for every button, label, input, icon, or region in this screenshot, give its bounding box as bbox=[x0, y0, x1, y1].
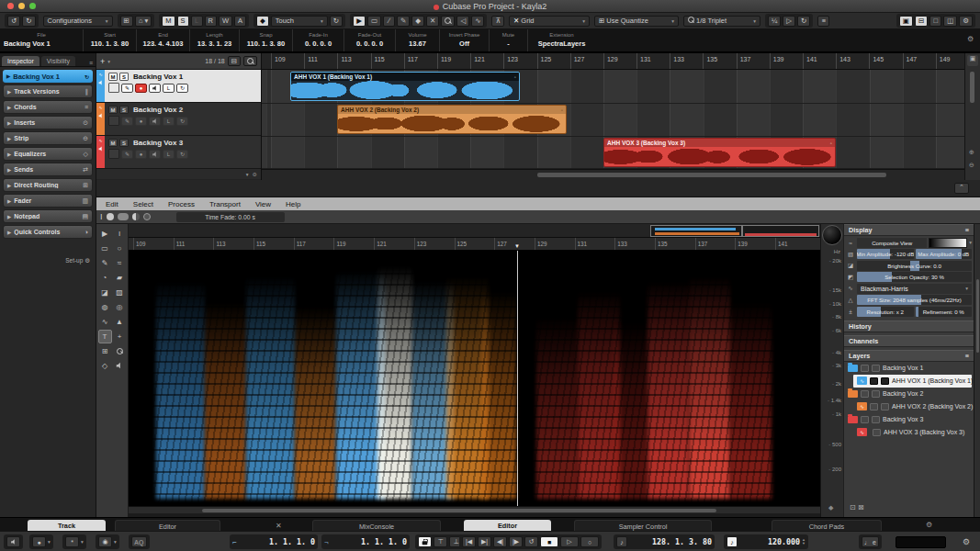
find-track-icon[interactable] bbox=[243, 56, 257, 66]
zoom-preset-button[interactable]: ▣ bbox=[967, 55, 978, 66]
inspector-section[interactable]: ▶ Equalizers ◇ bbox=[3, 147, 93, 161]
solo-button[interactable]: S bbox=[119, 73, 129, 81]
overview-range-box[interactable] bbox=[650, 225, 742, 237]
tab-inspector[interactable]: Inspector bbox=[2, 56, 39, 66]
tempo-display[interactable]: ♪120.000▲▼ bbox=[724, 534, 808, 549]
monitor-icon[interactable] bbox=[149, 117, 161, 126]
brightness-curve-slider[interactable]: Brightness Curve: 0.0 bbox=[857, 261, 972, 271]
layer-mute-box[interactable] bbox=[861, 365, 869, 372]
layer-row[interactable]: ∿AHH VOX 3 (Backing Vox 3) bbox=[853, 426, 974, 439]
track-color-strip[interactable]: ∿ bbox=[96, 136, 105, 168]
colormap-preview[interactable] bbox=[929, 238, 967, 248]
gear-icon[interactable]: ⚙ bbox=[84, 257, 90, 264]
zoom-tool-icon[interactable] bbox=[113, 344, 127, 358]
record-enable-icon[interactable]: ● bbox=[135, 117, 147, 126]
metronome-settings-icon[interactable]: ♩ e bbox=[862, 536, 879, 547]
hand-tool-icon[interactable]: ⊞ bbox=[98, 344, 112, 358]
info-field[interactable]: Volume 13.67 bbox=[395, 29, 439, 51]
max-amplitude-slider[interactable]: Max Amplitude: 0 dB bbox=[916, 249, 973, 259]
layer-solo-box[interactable] bbox=[881, 377, 889, 385]
editor-vscrollbar[interactable] bbox=[974, 224, 980, 517]
menu-item[interactable]: Select bbox=[133, 200, 153, 208]
right-locator[interactable]: ¬1. 1. 1. 0 bbox=[321, 534, 410, 549]
resolution-slider[interactable]: Resolution: x 2 bbox=[857, 307, 914, 317]
audiowarp-icon[interactable]: ▷ bbox=[783, 16, 795, 27]
automation-mode-dropdown[interactable]: Touch▾ bbox=[271, 16, 328, 27]
forward-button[interactable]: |▶ bbox=[509, 536, 523, 547]
layer-solo-box[interactable] bbox=[873, 429, 881, 436]
layer-mute-box[interactable] bbox=[870, 377, 878, 385]
spectrogram-display[interactable] bbox=[129, 251, 820, 506]
editor-ruler[interactable]: 1091111131151171191211231251271291311331… bbox=[129, 238, 820, 251]
scrollbar-thumb[interactable] bbox=[202, 509, 716, 512]
info-field[interactable]: Fade-Out 0. 0. 0. 0 bbox=[344, 29, 395, 51]
setup-window-layout-icon[interactable]: ⊞ bbox=[120, 16, 133, 27]
window-function-dropdown[interactable]: Blackman-Harris▾ bbox=[857, 284, 972, 294]
edit-channel-icon[interactable]: ✎ bbox=[121, 117, 133, 126]
layer-solo-box[interactable] bbox=[872, 390, 880, 398]
half-circle-icon[interactable] bbox=[132, 213, 140, 220]
layers-section-header[interactable]: Layers≡ bbox=[844, 350, 974, 362]
write-automation-button[interactable]: W bbox=[219, 16, 232, 27]
track-settings-icon[interactable]: ↻ bbox=[84, 73, 89, 80]
project-ruler[interactable]: 1091111131151171191211231251271291311331… bbox=[262, 53, 964, 70]
zoom-tool-icon[interactable] bbox=[441, 16, 455, 27]
erase-tool-icon[interactable]: ✕ bbox=[426, 16, 439, 27]
overview-bar[interactable] bbox=[129, 224, 820, 238]
layer-solo-box[interactable] bbox=[872, 365, 880, 372]
suspend-automation-icon[interactable]: ↻ bbox=[330, 16, 343, 27]
event-extension-icon[interactable]: ◦ bbox=[830, 141, 832, 146]
solo-all-button[interactable]: S bbox=[177, 16, 189, 27]
noise-tool-icon[interactable]: ▨ bbox=[113, 286, 127, 299]
menu-item[interactable]: Process bbox=[168, 200, 195, 208]
scrollbar-thumb[interactable] bbox=[537, 173, 886, 177]
audition-feedback-icon[interactable] bbox=[6, 536, 20, 547]
cursor-mode-icon[interactable]: I bbox=[100, 212, 103, 221]
lock-icon[interactable] bbox=[418, 536, 432, 547]
measure-tool-icon[interactable]: + bbox=[113, 330, 127, 343]
playhead-marker-icon[interactable]: ▼ bbox=[514, 243, 520, 249]
tab-setup-gear-icon[interactable]: ⚙ bbox=[926, 521, 932, 529]
menu-icon[interactable]: ≡ bbox=[965, 226, 969, 234]
selection-opacity-slider[interactable]: Selection Opacity: 30 % bbox=[857, 272, 972, 282]
mute-button[interactable]: M bbox=[108, 73, 118, 81]
listen-icon[interactable]: L bbox=[163, 150, 175, 159]
menu-item[interactable]: Transport bbox=[209, 200, 241, 208]
solo-button[interactable]: S bbox=[119, 106, 129, 114]
comp-tool-icon[interactable]: ∿ bbox=[471, 16, 484, 27]
zoom-slider-icon[interactable]: ◆ bbox=[828, 504, 833, 512]
3d-pan-knob[interactable] bbox=[822, 225, 842, 245]
layer-group-row[interactable]: Backing Vox 1 bbox=[844, 362, 974, 375]
redo-icon[interactable]: ↻ bbox=[22, 16, 35, 27]
inspector-section[interactable]: ▶ Notepad ▤ bbox=[3, 209, 93, 223]
transport-gear-icon[interactable]: ⚙ bbox=[963, 537, 970, 546]
audio-event-vox3[interactable]: AHH VOX 3 (Backing Vox 3)◦ bbox=[603, 138, 836, 167]
gain-tool-icon[interactable]: ◎ bbox=[113, 300, 127, 314]
edit-channel-icon[interactable]: ✎ bbox=[121, 84, 133, 93]
info-field[interactable]: End 123. 4. 4.103 bbox=[136, 29, 189, 51]
track-display-icon[interactable]: ⊟ bbox=[228, 56, 241, 66]
lane-display-icon[interactable]: ≡ bbox=[817, 16, 829, 27]
layer-row[interactable]: ∿AHH VOX 1 (Backing Vox 1) bbox=[853, 375, 972, 388]
metronome-icon[interactable]: ◉ bbox=[98, 536, 112, 547]
editor-hscrollbar[interactable] bbox=[129, 506, 820, 513]
workspace-icon[interactable]: ⌂ ▾ bbox=[135, 16, 152, 27]
time-format-icon[interactable]: ♪ bbox=[616, 536, 627, 547]
menu-icon[interactable]: ≡ bbox=[965, 352, 969, 360]
chevron-down-icon[interactable]: ▾ bbox=[48, 539, 51, 545]
goto-next-marker-button[interactable]: ▶| bbox=[478, 536, 491, 547]
draw-tool-icon[interactable]: ✎ bbox=[397, 16, 410, 27]
menu-item[interactable]: View bbox=[255, 200, 271, 208]
grid-type-dropdown[interactable]: ✕ Grid▾ bbox=[509, 16, 590, 27]
time-selection-tool-icon[interactable]: I bbox=[113, 227, 127, 241]
snap-icon[interactable]: ⊼ bbox=[491, 16, 504, 27]
inspector-section[interactable]: ▶ Fader ▥ bbox=[3, 194, 93, 208]
layer-mute-box[interactable] bbox=[861, 416, 869, 423]
listen-icon[interactable]: L bbox=[163, 84, 175, 93]
wand-tool-icon[interactable]: ≈ bbox=[113, 256, 127, 270]
listen-icon[interactable]: L bbox=[163, 117, 175, 126]
timeline-vscrollbar[interactable]: ▣ ⊕ ⊖ bbox=[964, 53, 980, 180]
eraser-tool-icon[interactable]: ▰ bbox=[113, 271, 127, 285]
gear-icon[interactable]: ⚙ bbox=[253, 171, 257, 177]
track-row[interactable]: ∿ MSBacking Vox 3 ✎●L↻ bbox=[96, 136, 261, 169]
